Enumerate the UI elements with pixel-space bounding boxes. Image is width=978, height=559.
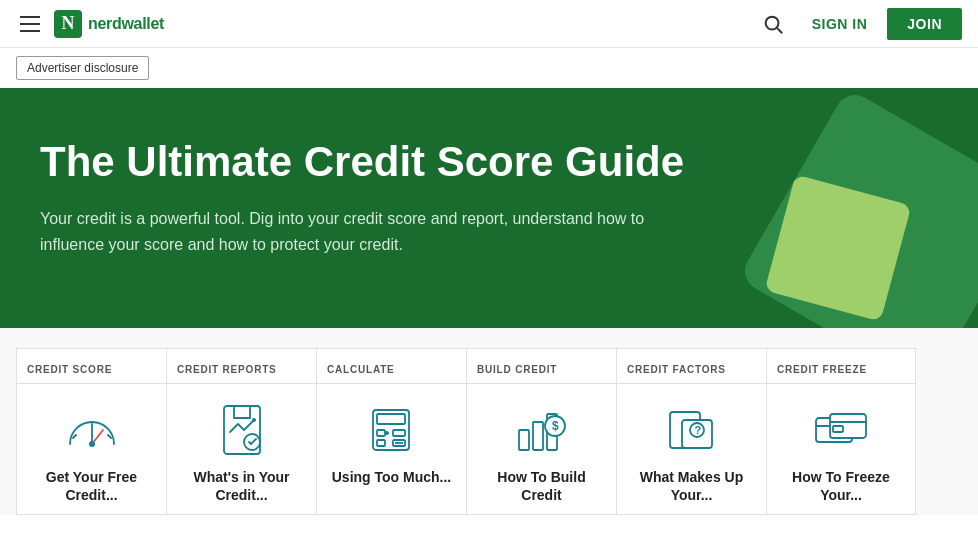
svg-line-4 [777,28,782,33]
card-label-1: What's in Your Credit... [177,468,306,504]
advertiser-bar: Advertiser disclosure [0,48,978,88]
card-category-5: CREDIT FREEZE [777,364,867,375]
logo-link[interactable]: N nerdwallet [54,10,164,38]
header: N nerdwallet SIGN IN JOIN [0,0,978,48]
svg-rect-14 [377,414,405,424]
card-body-1: What's in Your Credit... [167,384,316,514]
header-left: N nerdwallet [16,10,754,38]
card-header-4: CREDIT FACTORS [617,349,766,384]
card-label-2: Using Too Much... [332,468,452,486]
hamburger-icon [20,16,40,32]
logo-text: nerdwallet [88,15,164,33]
card-header-1: CREDIT REPORTS [167,349,316,384]
sign-in-button[interactable]: SIGN IN [796,8,884,40]
card-icon-2 [361,404,421,456]
card-column-5[interactable]: CREDIT FREEZE How To Freeze Your... [766,348,916,515]
cards-section: CREDIT SCORE Get Your Free Credit... CRE… [0,328,978,515]
card-header-3: BUILD CREDIT [467,349,616,384]
svg-rect-22 [519,430,529,450]
hero-subtitle: Your credit is a powerful tool. Dig into… [40,206,660,257]
svg-text:?: ? [694,424,701,436]
card-category-3: BUILD CREDIT [477,364,557,375]
svg-rect-23 [533,422,543,450]
svg-point-3 [765,16,778,29]
search-button[interactable] [754,5,792,43]
svg-rect-1 [20,23,40,25]
card-column-3[interactable]: BUILD CREDIT $ How To Build Credit [466,348,616,515]
card-body-5: How To Freeze Your... [767,384,915,514]
svg-rect-0 [20,16,40,18]
card-label-3: How To Build Credit [477,468,606,504]
card-label-5: How To Freeze Your... [777,468,905,504]
card-header-5: CREDIT FREEZE [767,349,915,384]
card-label-0: Get Your Free Credit... [27,468,156,504]
card-body-4: ? What Makes Up Your... [617,384,766,514]
card-label-4: What Makes Up Your... [627,468,756,504]
card-icon-3: $ [512,404,572,456]
advertiser-disclosure-button[interactable]: Advertiser disclosure [16,56,149,80]
search-icon [762,13,784,35]
card-icon-4: ? [662,404,722,456]
card-category-2: CALCULATE [327,364,395,375]
card-body-3: $ How To Build Credit [467,384,616,514]
card-column-0[interactable]: CREDIT SCORE Get Your Free Credit... [16,348,166,515]
svg-text:$: $ [552,419,559,433]
card-category-0: CREDIT SCORE [27,364,112,375]
svg-rect-19 [377,440,385,446]
svg-rect-2 [20,30,40,32]
card-body-2: Using Too Much... [322,384,462,514]
svg-point-7 [89,441,95,447]
header-right: SIGN IN JOIN [754,5,962,43]
card-category-1: CREDIT REPORTS [177,364,277,375]
card-icon-0 [62,404,122,456]
svg-point-11 [252,418,256,422]
hero-section: The Ultimate Credit Score Guide Your cre… [0,88,978,328]
card-icon-5 [811,404,871,456]
card-header-0: CREDIT SCORE [17,349,166,384]
logo-n-icon: N [54,10,82,38]
card-column-2[interactable]: CALCULATE Using Too Much... [316,348,466,515]
card-icon-1 [212,404,272,456]
hero-title: The Ultimate Credit Score Guide [40,138,720,186]
hamburger-menu-button[interactable] [16,12,44,36]
card-column-4[interactable]: CREDIT FACTORS ? What Makes Up Your... [616,348,766,515]
svg-line-9 [108,435,111,438]
card-body-0: Get Your Free Credit... [17,384,166,514]
join-button[interactable]: JOIN [887,8,962,40]
card-column-1[interactable]: CREDIT REPORTS What's in Your Credit... [166,348,316,515]
card-category-4: CREDIT FACTORS [627,364,726,375]
svg-rect-18 [393,430,405,436]
card-header-2: CALCULATE [317,349,466,384]
svg-line-8 [73,435,76,438]
svg-rect-15 [377,430,385,436]
